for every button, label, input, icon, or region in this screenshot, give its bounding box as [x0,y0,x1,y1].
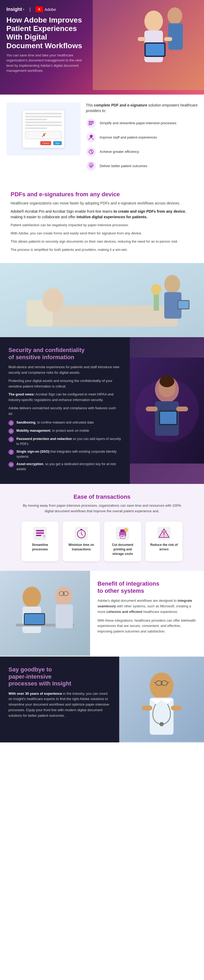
section-ease-description: By moving away from paper-intensive proc… [22,503,182,514]
adobe-icon: A [35,6,43,12]
svg-point-40 [159,375,174,387]
pdf-solution-intro: This complete PDF and e-signature soluti… [86,102,198,114]
section-pdfs-p3: This allows patients to securely sign do… [11,239,193,245]
svg-rect-68 [25,614,44,624]
logo-divider: | [29,6,31,12]
hero-title: How Adobe Improves Patient Experiences W… [6,16,96,50]
benefit-item-3: Achieve greater efficiency [86,146,198,157]
svg-rect-86 [171,706,182,710]
goodbye-photo [119,657,204,741]
benefit-text-3: Achieve greater efficiency [100,150,139,154]
integrations-p2: With these integrations, healthcare prov… [97,618,197,634]
doc-line-5 [25,124,62,126]
svg-point-6 [170,8,180,20]
ease-card-label-1: Streamline processes [26,543,54,552]
outcomes-icon [86,161,96,171]
section-pdfs-p4: The process is simplified for both patie… [11,247,193,253]
security-feature-text-4: Single sign-on (SSO) that integrates wit… [16,449,121,459]
svg-rect-9 [138,37,146,41]
svg-rect-5 [168,23,183,50]
security-features-list: Sandboxing, to confine malware and untru… [8,420,121,472]
hero-subtitle: You can save time and take your healthca… [6,53,86,73]
ease-card-streamline: Streamline processes [21,522,59,561]
signature-mark: ✗ [41,132,46,138]
svg-rect-38 [176,407,188,411]
security-feature-text-3: Password protection and redaction so you… [16,436,121,447]
section-pdfs-p2: With Adobe, you can create forms and eas… [11,231,193,236]
svg-rect-52 [121,536,124,536]
security-feature-mobility: Mobility management, to protect work on … [8,428,121,434]
benefit-item-4: Deliver better patient outcomes [86,161,198,171]
benefit-item-1: Simplify and streamline paper-intensive … [86,118,198,129]
security-feature-text-5: Asset encryption, so you get a dedicated… [16,462,121,472]
svg-rect-53 [121,537,123,537]
doc-line-6 [25,127,47,129]
check-icon-2 [8,428,14,434]
benefit-text-1: Simplify and streamline paper-intensive … [100,121,177,126]
security-feature-sso: Single sign-on (SSO) that integrates wit… [8,449,121,459]
security-feature-password: Password protection and redaction so you… [8,436,121,447]
svg-rect-42 [36,530,44,531]
check-icon-1 [8,420,14,426]
security-content: Security and confidentiality of sensitiv… [0,337,130,484]
cut-costs-icon: $ [116,527,129,540]
doc-line-2 [25,116,62,117]
security-feature-text-1: Sandboxing, to confine malware and untru… [16,420,94,425]
svg-point-16 [90,135,92,137]
goodbye-title: Say goodbye to paper-intensive processes… [8,666,111,687]
svg-rect-8 [146,44,164,56]
svg-rect-14 [88,124,92,125]
pdf-solution-benefits: This complete PDF and e-signature soluti… [86,102,198,175]
check-icon-3 [8,437,14,442]
patient-photo [0,263,204,337]
svg-point-65 [25,587,38,603]
ease-card-label-3: Cut document printing and storage costs [108,543,137,556]
security-feature-encryption: Asset encryption, so you get a dedicated… [8,462,121,472]
svg-point-3 [147,12,160,27]
benefit-text-4: Deliver better patient outcomes [100,164,147,169]
adobe-wordmark: Adobe [45,7,56,12]
integrations-photo [0,571,90,655]
svg-rect-43 [36,532,44,534]
check-icon-5 [8,462,14,467]
security-p3: The good news: Acrobat Sign can be confi… [8,392,121,403]
pdf-solution-section: ✗ Cancel Sign This complete PDF and e-si… [0,95,204,183]
svg-point-84 [159,722,164,726]
hero-content: How Adobe Improves Patient Experiences W… [6,16,96,73]
security-image [130,337,204,484]
integrations-image [0,571,90,657]
svg-rect-30 [0,263,204,337]
insight-wordmark: Insight [6,6,22,12]
check-icon-4 [8,449,14,455]
time-icon [75,527,88,540]
svg-text:$: $ [125,529,127,531]
ease-cards-container: Streamline processes Minimize time on tr… [11,522,193,561]
svg-point-59 [163,536,164,537]
security-p4: Adobe delivers unmatched security and co… [8,406,121,417]
insight-logo: Insight+ [6,6,25,12]
svg-rect-36 [160,412,177,424]
ease-card-cut-costs: $ Cut document printing and storage cost… [104,522,141,561]
pdf-document-mockup: ✗ Cancel Sign [22,110,65,148]
goodbye-image [119,657,204,742]
svg-rect-70 [56,605,73,628]
svg-rect-62 [0,571,90,655]
doc-line-4 [25,122,62,123]
section-ease: Ease of transactions By moving away from… [0,484,204,571]
doc-line-3 [25,119,47,120]
section-ease-title: Ease of transactions [11,493,193,500]
streamline-icon [33,527,47,540]
svg-point-71 [58,587,69,601]
hero-background-image [93,0,204,90]
ease-card-time: Minimize time on transactions [63,522,100,561]
goodbye-p1: With over 30 years of experience in the … [8,691,111,719]
photo-strip-patient [0,263,204,337]
security-feature-text-2: Mobility management, to protect work on … [16,428,89,433]
section-integrations: Benefit of integrations to other systems… [0,571,204,657]
integrations-title: Benefit of integrations to other systems [97,580,197,594]
benefit-list: Simplify and streamline paper-intensive … [86,118,198,171]
ease-card-reduce: Reduce the risk of errors [145,522,183,561]
section-pdfs-highlight: Adobe® Acrobat Pro and Acrobat Sign enab… [11,209,193,220]
section-pdfs-p1: Patient satisfaction can be negatively i… [11,223,193,228]
insight-plus-icon: + [22,7,25,11]
